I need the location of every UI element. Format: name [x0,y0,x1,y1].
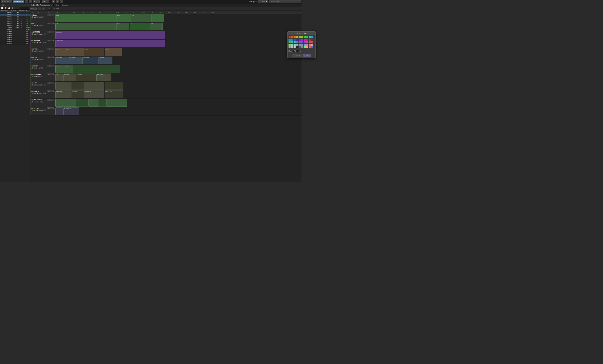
clip[interactable]: Sub [129,23,150,30]
clip[interactable]: Hamond [63,73,76,81]
tool-move2[interactable]: ↔ [38,8,41,10]
color-swatch[interactable] [293,39,296,41]
track-content[interactable]: HarpsichordHarpsichordHarpsic......ordHa… [55,99,302,107]
track-mute[interactable]: M [47,99,50,101]
file-row[interactable]: Hamond.wav 6:26.489 44100 Hz Mono [0,12,30,14]
track-solo[interactable]: S [50,107,52,109]
track-mute[interactable]: M [47,65,50,67]
color-swatch[interactable] [289,36,291,38]
color-swatch[interactable] [299,41,301,43]
color-swatch[interactable] [293,36,296,38]
files-delete[interactable]: 🗑 [11,7,14,9]
track-solo[interactable]: S [50,40,52,41]
clip[interactable]: Guitar... [56,65,64,73]
color-swatch[interactable] [296,36,298,38]
track-solo[interactable]: S [50,31,52,33]
clip[interactable]: Hammond [97,73,111,81]
clip[interactable] [56,107,63,115]
color-swatch[interactable] [293,44,296,46]
files-save[interactable]: 💾 [8,7,11,9]
tool-fade[interactable]: ⋯ [36,0,40,3]
track-fx[interactable]: ⊙ [44,42,46,43]
tool-time[interactable]: ⏱ [42,8,45,10]
track-pan-left[interactable]: ◀ [36,50,38,52]
tool-loop[interactable]: ⟲ [52,0,55,3]
clip[interactable]: Piano Right [84,91,104,98]
editor-tab[interactable]: Editor: MA – Teardrop.sesx × [30,4,54,6]
color-swatch[interactable] [301,39,302,41]
track-fx[interactable]: ⊙ [44,109,46,111]
clip[interactable]: ...d [56,73,63,81]
track-record[interactable]: ● [52,91,54,92]
track-solo[interactable]: S [50,99,52,101]
clip[interactable]: ...ord [98,99,106,107]
track-mute[interactable]: M [47,31,50,33]
files-close[interactable]: × [27,4,29,6]
track-mute[interactable]: M [47,48,50,50]
track-pan-left[interactable]: ◀ [36,16,38,18]
file-row[interactable]: Pad Left.wav 6:26.489 Mono [0,32,30,35]
track-solo[interactable]: S [50,65,52,67]
color-swatch[interactable] [296,41,298,43]
clip[interactable]: Shaker [84,48,104,56]
color-swatch[interactable] [296,39,298,41]
file-row[interactable]: Nord Beep.wav 6:26.489 Mono [0,30,30,32]
track-content[interactable]: ...dHamondHammondHammond [55,73,302,82]
color-swatch[interactable] [299,44,301,46]
tool-snap[interactable]: ⊕ [56,0,59,3]
track-fx[interactable]: ⊙ [44,93,46,94]
track-mute[interactable]: M [47,82,50,84]
tool-redo[interactable]: ↪ [46,0,49,3]
clip[interactable]: Echo break [82,57,98,64]
file-row[interactable]: Lezlie Piano Right.wav 6:26.489 44100 Hz… [0,22,30,24]
color-swatch[interactable] [289,44,291,46]
file-row[interactable]: Hi String Right.wav 6:26.489 44100 Hz Mo… [0,18,30,20]
mixer-tab[interactable]: Mixer [54,4,61,6]
clip[interactable] [152,14,164,22]
time-format[interactable]: hms [48,8,52,10]
clip[interactable]: Harpsichord [76,99,89,107]
track-record[interactable]: ● [52,73,54,75]
clip[interactable]: Hi String Left... [63,107,79,115]
track-content[interactable]: BassBassBass [55,14,302,22]
track-fx[interactable]: ⊙ [41,50,44,52]
color-swatch[interactable] [301,41,302,43]
hue-input[interactable] [293,50,299,52]
track-fx[interactable]: ⊙ [41,25,44,26]
track-pan-left[interactable]: ◀ [36,25,38,26]
color-swatch[interactable] [293,46,296,48]
track-solo[interactable]: S [50,48,52,50]
track-pan-left[interactable]: ◀ [35,76,37,77]
track-pan-left[interactable]: ◀ [36,42,38,43]
color-swatch[interactable] [291,46,293,48]
color-swatch[interactable] [291,36,293,38]
track-fx[interactable]: ⊙ [44,33,46,35]
clip[interactable]: Piano Left [104,82,123,90]
tool-undo[interactable]: ↩ [42,0,46,3]
cancel-button[interactable]: Cancel [292,54,302,57]
console-tab[interactable]: Console [61,4,70,6]
color-swatch[interactable] [301,46,302,48]
clip[interactable]: Bass [131,14,151,22]
track-content[interactable]: SubSubSubSub [55,22,302,31]
color-swatch[interactable] [289,39,291,41]
file-row[interactable]: Pad Right.wav 6:26.489 Mono [0,35,30,36]
clip[interactable]: Piano Right [71,91,84,98]
multitrack-tab[interactable]: ⊞ Multitrack [13,0,24,3]
track-solo[interactable]: S [50,91,52,92]
color-swatch[interactable] [291,39,293,41]
track-pan-left[interactable]: ◀ [36,109,38,111]
track-fx[interactable]: ⊙ [40,67,43,69]
track-solo[interactable]: S [50,82,52,84]
track-solo[interactable]: S [50,57,52,58]
file-row[interactable]: Liz.wav 6:26.489 44100 Hz Mono [0,24,30,26]
track-record[interactable]: ● [52,82,54,84]
track-record[interactable]: ● [52,40,54,41]
track-solo[interactable]: S [50,14,52,16]
clip[interactable]: Echo break [68,57,82,64]
clip[interactable]: Piano Left [84,82,104,90]
track-pan-left[interactable]: ◀ [35,67,37,69]
file-row[interactable]: Shaker.wav 6:26.489 Mono [0,43,30,45]
file-row[interactable]: Plug one.wav 6:26.489 Mono [0,41,30,43]
clip[interactable]: Piano Right [56,91,71,98]
